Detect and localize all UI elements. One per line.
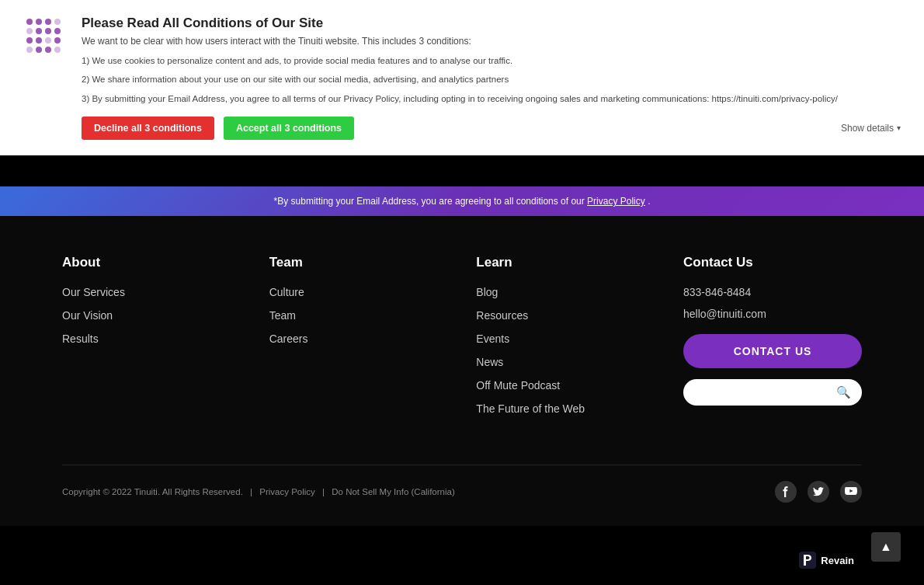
privacy-note: *By submitting your Email Address, you a… xyxy=(16,196,908,207)
footer-contact-title: Contact Us xyxy=(683,255,862,270)
twitter-icon[interactable] xyxy=(808,481,829,503)
revain-widget: Revain xyxy=(791,548,862,573)
privacy-note-text: *By submitting your Email Address, you a… xyxy=(274,196,585,207)
footer-link-our-services[interactable]: Our Services xyxy=(62,286,238,298)
facebook-icon[interactable] xyxy=(775,481,797,503)
svg-point-13 xyxy=(36,47,42,53)
footer-link-blog[interactable]: Blog xyxy=(476,286,652,298)
footer-link-resources[interactable]: Resources xyxy=(476,309,652,322)
footer-team-section: Team Culture Team Careers xyxy=(269,255,446,426)
separator-2: | xyxy=(322,487,325,496)
svg-point-1 xyxy=(36,19,42,25)
svg-point-7 xyxy=(54,28,61,34)
svg-point-10 xyxy=(45,37,51,44)
svg-point-15 xyxy=(54,47,61,53)
cookie-banner: Please Read All Conditions of Our Site W… xyxy=(0,0,924,155)
footer-link-culture[interactable]: Culture xyxy=(269,286,446,298)
footer-learn-section: Learn Blog Resources Events News Off Mut… xyxy=(476,255,652,426)
footer-bottom: Copyright © 2022 Tinuiti. All Rights Res… xyxy=(62,465,862,503)
decline-button[interactable]: Decline all 3 conditions xyxy=(82,117,214,140)
separator-1: | xyxy=(250,487,252,496)
scroll-up-icon: ▲ xyxy=(880,540,892,554)
privacy-policy-link[interactable]: Privacy Policy xyxy=(587,196,645,207)
footer-link-results[interactable]: Results xyxy=(62,333,238,345)
svg-point-9 xyxy=(36,37,42,44)
svg-point-4 xyxy=(26,28,33,34)
cookie-content: Please Read All Conditions of Our Site W… xyxy=(82,16,901,140)
tinuiti-logo xyxy=(23,16,66,58)
chevron-down-icon: ▾ xyxy=(897,124,901,132)
svg-point-6 xyxy=(45,28,51,34)
cookie-condition-3: 3) By submitting your Email Address, you… xyxy=(82,92,901,106)
privacy-note-period: . xyxy=(648,196,650,207)
copyright-text: Copyright © 2022 Tinuiti. All Rights Res… xyxy=(62,487,243,496)
svg-point-2 xyxy=(45,19,51,25)
footer-team-title: Team xyxy=(269,255,446,270)
svg-point-8 xyxy=(26,37,33,44)
cookie-condition-1: 1) We use cookies to personalize content… xyxy=(82,54,901,68)
show-details-label: Show details xyxy=(841,123,894,134)
footer-contact-section: Contact Us 833-846-8484 hello@tinuiti.co… xyxy=(683,255,862,426)
footer-link-events[interactable]: Events xyxy=(476,333,652,345)
contact-us-button[interactable]: CONTACT US xyxy=(683,334,862,368)
scroll-to-top-button[interactable]: ▲ xyxy=(871,532,901,562)
footer-link-team[interactable]: Team xyxy=(269,309,446,322)
svg-point-5 xyxy=(36,28,42,34)
cookie-condition-2: 2) We share information about your use o… xyxy=(82,73,901,86)
footer-about-title: About xyxy=(62,255,238,270)
footer-link-off-mute-podcast[interactable]: Off Mute Podcast xyxy=(476,379,652,392)
cookie-actions: Decline all 3 conditions Accept all 3 co… xyxy=(82,117,901,140)
svg-point-0 xyxy=(26,19,33,25)
youtube-icon[interactable] xyxy=(840,481,862,503)
footer-copyright-area: Copyright © 2022 Tinuiti. All Rights Res… xyxy=(62,487,455,496)
revain-logo-icon xyxy=(799,552,816,569)
contact-email: hello@tinuiti.com xyxy=(683,308,862,320)
cookie-title: Please Read All Conditions of Our Site xyxy=(82,16,901,31)
footer-do-not-sell-link[interactable]: Do Not Sell My Info (California) xyxy=(332,487,455,496)
footer-link-future-of-web[interactable]: The Future of the Web xyxy=(476,402,652,415)
svg-point-3 xyxy=(54,19,61,25)
footer-link-careers[interactable]: Careers xyxy=(269,333,446,345)
footer-search-input[interactable] xyxy=(694,386,830,399)
cookie-intro: We want to be clear with how users inter… xyxy=(82,36,901,47)
footer-learn-title: Learn xyxy=(476,255,652,270)
footer: About Our Services Our Vision Results Te… xyxy=(0,216,924,526)
show-details-button[interactable]: Show details ▾ xyxy=(841,123,901,134)
svg-point-12 xyxy=(26,47,33,53)
footer-link-our-vision[interactable]: Our Vision xyxy=(62,309,238,322)
social-icons: Revain xyxy=(775,481,862,503)
search-icon[interactable]: 🔍 xyxy=(836,385,851,399)
footer-privacy-policy-link[interactable]: Privacy Policy xyxy=(259,487,315,496)
privacy-bar: *By submitting your Email Address, you a… xyxy=(0,186,924,216)
accept-button[interactable]: Accept all 3 conditions xyxy=(224,117,354,140)
footer-search-bar: 🔍 xyxy=(683,379,862,406)
revain-label: Revain xyxy=(821,555,854,566)
contact-phone: 833-846-8484 xyxy=(683,286,862,298)
svg-point-11 xyxy=(54,37,61,44)
footer-link-news[interactable]: News xyxy=(476,356,652,368)
svg-point-14 xyxy=(45,47,51,53)
footer-grid: About Our Services Our Vision Results Te… xyxy=(62,255,862,426)
footer-about-section: About Our Services Our Vision Results xyxy=(62,255,238,426)
